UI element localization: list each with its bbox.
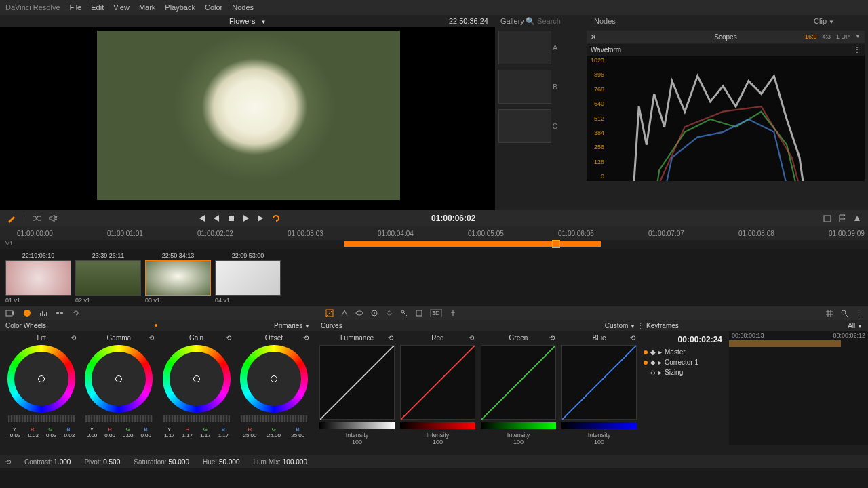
menu-color[interactable]: Color xyxy=(205,3,222,12)
reset-icon[interactable]: ⟲ xyxy=(549,334,555,342)
picker-icon[interactable] xyxy=(7,214,16,223)
pivot-param[interactable]: Pivot: 0.500 xyxy=(84,458,120,466)
curve-editor[interactable] xyxy=(561,345,637,420)
intensity-value[interactable]: 100 xyxy=(479,439,557,445)
calendar-icon[interactable] xyxy=(823,214,831,222)
keyframes-mode-dropdown[interactable]: All ▼ xyxy=(848,322,863,329)
mute-icon[interactable] xyxy=(48,214,58,223)
refresh-icon[interactable] xyxy=(72,309,80,317)
gallery-still-a[interactable]: A xyxy=(498,30,551,64)
clip-thumb[interactable]: 22:19:06:1901 v1 xyxy=(5,252,71,304)
qualifier-icon[interactable] xyxy=(340,309,349,317)
reset-icon[interactable]: ⟲ xyxy=(388,334,393,342)
lummix-param[interactable]: Lum Mix: 100.000 xyxy=(253,458,307,466)
curve-gradient[interactable] xyxy=(319,422,395,429)
window-icon[interactable] xyxy=(355,309,363,317)
tracker-icon[interactable] xyxy=(370,309,378,317)
menu-playback[interactable]: Playback xyxy=(165,3,195,12)
chevron-down-icon[interactable]: ▼ xyxy=(855,33,861,40)
viewer[interactable] xyxy=(0,27,495,210)
loop-icon[interactable] xyxy=(271,214,281,223)
wheel-slider[interactable] xyxy=(8,415,75,422)
color-wheel[interactable] xyxy=(240,345,308,413)
project-dropdown[interactable]: Flowers▼ xyxy=(229,17,266,25)
reset-icon[interactable]: ⟲ xyxy=(303,334,309,342)
curves-mode-dropdown[interactable]: Custom ▼ xyxy=(605,322,635,329)
curve-editor[interactable] xyxy=(481,345,556,420)
play-icon[interactable] xyxy=(241,214,251,223)
kf-master[interactable]: ◆▸Master xyxy=(644,347,726,357)
transport-timecode[interactable]: 01:00:06:02 xyxy=(431,214,475,223)
stereo-icon[interactable] xyxy=(449,309,457,317)
more-icon[interactable]: ⋮ xyxy=(854,46,861,54)
bars-icon[interactable] xyxy=(39,309,47,317)
intensity-value[interactable]: 100 xyxy=(560,439,638,445)
timeline-track[interactable]: V1 xyxy=(0,240,868,249)
curves-icon[interactable] xyxy=(326,309,334,317)
camera-icon[interactable] xyxy=(5,309,15,317)
colorwheel-icon[interactable] xyxy=(23,309,31,317)
prev-clip-icon[interactable] xyxy=(197,214,206,223)
reset-icon[interactable]: ⟲ xyxy=(630,334,635,342)
aspect-169[interactable]: 16:9 xyxy=(805,33,817,40)
curve-gradient[interactable] xyxy=(561,422,637,429)
contrast-param[interactable]: Contrast: 1.000 xyxy=(24,458,71,466)
clip-thumb[interactable]: 22:09:53:0004 v1 xyxy=(215,252,281,304)
clip-dropdown[interactable]: Clip ▼ xyxy=(814,17,834,25)
sizing-icon[interactable] xyxy=(415,309,423,317)
3d-button[interactable]: 3D xyxy=(430,309,442,317)
next-clip-icon[interactable] xyxy=(256,214,266,223)
blur-icon[interactable] xyxy=(385,309,393,317)
menu-file[interactable]: File xyxy=(70,3,82,12)
playhead[interactable] xyxy=(552,240,560,248)
hue-param[interactable]: Hue: 50.000 xyxy=(203,458,240,466)
kf-corrector[interactable]: ◆▸Corrector 1 xyxy=(644,357,726,367)
search-input[interactable]: 🔍 Search xyxy=(526,17,561,26)
reset-icon[interactable]: ⟲ xyxy=(469,334,474,342)
scope-mode[interactable]: Waveform⋮ xyxy=(587,44,865,56)
timeline-clip[interactable] xyxy=(344,241,601,247)
reset-all-icon[interactable]: ⟲ xyxy=(5,458,11,466)
marker-icon[interactable] xyxy=(853,214,861,222)
curve-gradient[interactable] xyxy=(400,422,475,429)
kf-sizing[interactable]: ◇▸Sizing xyxy=(644,367,726,378)
scope-layout[interactable]: 1 UP xyxy=(836,33,850,40)
color-wheel[interactable] xyxy=(163,345,231,413)
play-reverse-icon[interactable] xyxy=(212,214,221,223)
gallery-still-c[interactable]: C xyxy=(498,109,551,143)
keyframe-timeline[interactable]: 00:00:00:13 00:00:02:12 xyxy=(729,331,868,445)
nodes-icon[interactable] xyxy=(56,309,64,317)
wheel-slider[interactable] xyxy=(163,415,230,422)
key-icon[interactable] xyxy=(400,309,408,317)
grid-icon[interactable] xyxy=(825,309,833,317)
menu-nodes[interactable]: Nodes xyxy=(232,3,254,12)
flag-icon[interactable] xyxy=(838,214,846,222)
intensity-value[interactable]: 100 xyxy=(399,439,477,445)
curve-editor[interactable] xyxy=(400,345,475,420)
reset-icon[interactable]: ⟲ xyxy=(71,334,76,342)
timeline-ruler[interactable]: 01:00:00:0001:00:01:0101:00:02:0201:00:0… xyxy=(0,226,868,240)
reset-icon[interactable]: ⟲ xyxy=(226,334,231,342)
reset-icon[interactable]: ⟲ xyxy=(149,334,154,342)
wheel-slider[interactable] xyxy=(85,415,152,422)
stop-icon[interactable] xyxy=(226,214,236,223)
clip-thumb[interactable]: 22:50:34:1303 v1 xyxy=(145,252,211,304)
color-wheel[interactable] xyxy=(85,345,153,413)
search-icon[interactable] xyxy=(840,309,848,317)
keyframe-bar[interactable] xyxy=(729,340,841,347)
menu-mark[interactable]: Mark xyxy=(139,3,155,12)
menu-view[interactable]: View xyxy=(113,3,130,12)
wheel-slider[interactable] xyxy=(241,415,307,422)
clip-thumb[interactable]: 23:39:26:1102 v1 xyxy=(75,252,141,304)
color-wheel[interactable] xyxy=(7,345,75,413)
gallery-still-b[interactable]: B xyxy=(498,70,551,104)
primaries-dropdown[interactable]: Primaries ▼ xyxy=(274,322,310,329)
curve-gradient[interactable] xyxy=(481,422,556,429)
aspect-43[interactable]: 4:3 xyxy=(823,33,831,40)
shuffle-icon[interactable] xyxy=(32,214,41,223)
more-icon[interactable]: ⋮ xyxy=(855,309,863,318)
intensity-value[interactable]: 100 xyxy=(318,439,396,445)
menu-edit[interactable]: Edit xyxy=(91,3,104,12)
curve-editor[interactable] xyxy=(319,345,395,420)
saturation-param[interactable]: Saturation: 50.000 xyxy=(134,458,189,466)
